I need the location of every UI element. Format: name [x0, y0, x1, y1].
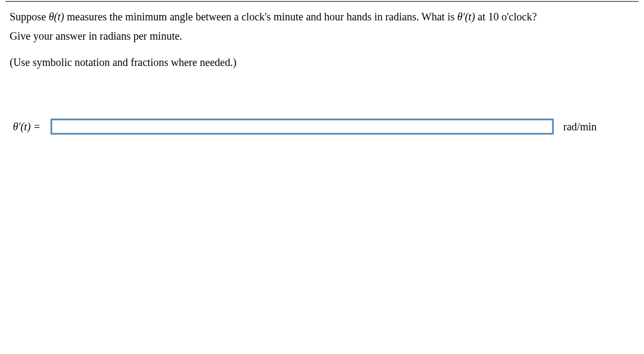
hint-text: (Use symbolic notation and fractions whe… [10, 54, 634, 70]
answer-input[interactable] [50, 119, 554, 135]
text-mid: measures the minimum angle between a clo… [64, 11, 458, 23]
question-line-1: Suppose θ(t) measures the minimum angle … [10, 8, 634, 25]
theta-of-t: θ(t) [49, 11, 64, 23]
answer-row: θ′(t) = rad/min [10, 119, 634, 135]
answer-label: θ′(t) = [13, 121, 41, 133]
unit-label: rad/min [564, 121, 597, 133]
theta-prime-of-t: θ′(t) [457, 11, 475, 23]
question-line-2: Give your answer in radians per minute. [10, 27, 634, 45]
question-text: Suppose θ(t) measures the minimum angle … [10, 8, 634, 45]
text-suffix: at 10 o'clock? [475, 11, 537, 23]
text-prefix: Suppose [10, 11, 49, 23]
problem-container: Suppose θ(t) measures the minimum angle … [5, 1, 639, 354]
